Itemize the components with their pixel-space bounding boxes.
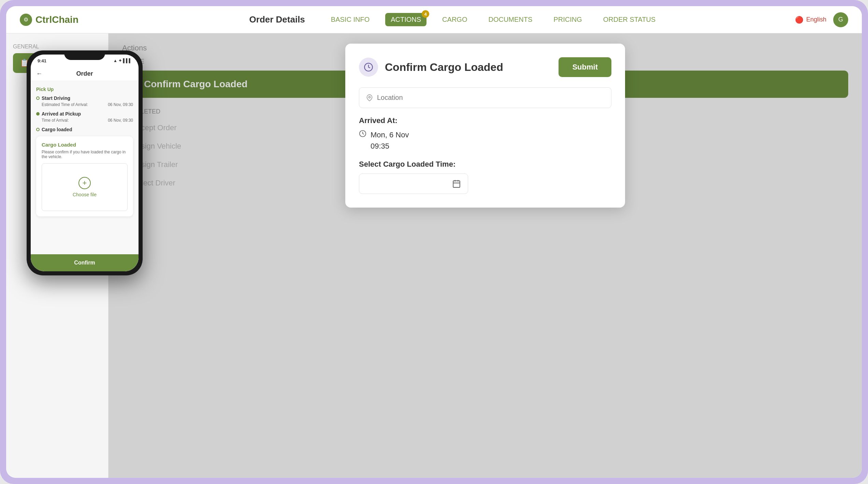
actions-badge: 4 <box>422 10 429 18</box>
step-label: Start Driving <box>42 95 70 101</box>
confirm-cargo-modal: Confirm Cargo Loaded Submit Arrived At: <box>345 44 625 208</box>
nav-tabs: BASIC INFO ACTIONS 4 CARGO DOCUMENTS PRI… <box>326 13 661 26</box>
top-nav: ⚙ CtrlChain Order Details BASIC INFO ACT… <box>6 6 862 33</box>
tab-basic-info[interactable]: BASIC INFO <box>326 13 375 26</box>
lang-button[interactable]: 🔴 English <box>795 16 826 24</box>
step-label: Arrived at Pickup <box>42 111 81 117</box>
modal-overlay: Confirm Cargo Loaded Submit Arrived At: <box>108 33 862 478</box>
phone-content: Pick Up Start Driving Estimated Time of … <box>31 81 139 264</box>
step-detail: Time of Arrival: 06 Nov, 09:30 <box>36 117 133 124</box>
cargo-time-label: Select Cargo Loaded Time: <box>359 160 611 169</box>
step-detail-value: 06 Nov, 09:30 <box>108 118 133 123</box>
step-start-driving: Start Driving Estimated Time of Arrival:… <box>36 95 133 108</box>
step-detail: Estimated Time of Arrival: 06 Nov, 09:30 <box>36 101 133 108</box>
step-detail-label: Time of Arrival: <box>42 118 69 123</box>
pickup-section-label: Pick Up <box>36 87 133 92</box>
step-title: Arrived at Pickup <box>36 111 133 117</box>
tab-cargo[interactable]: CARGO <box>437 13 473 26</box>
sidebar-section-label: GENERAL <box>13 44 101 50</box>
nav-center: Order Details BASIC INFO ACTIONS 4 CARGO… <box>115 13 795 26</box>
status-time: 9:41 <box>38 58 46 63</box>
page-title: Order Details <box>249 14 305 25</box>
location-icon <box>366 94 373 101</box>
modal-title-area: Confirm Cargo Loaded <box>359 58 503 77</box>
phone-notch <box>64 50 105 60</box>
phone-back-button[interactable]: ← <box>36 70 42 77</box>
modal-header: Confirm Cargo Loaded Submit <box>359 57 611 77</box>
logo-area: ⚙ CtrlChain <box>20 14 115 26</box>
location-input[interactable] <box>377 94 604 102</box>
step-detail-label: Estimated Time of Arrival: <box>42 102 88 107</box>
phone-header-title: Order <box>76 70 93 77</box>
logo-icon: ⚙ <box>20 14 32 26</box>
svg-rect-3 <box>453 181 460 187</box>
file-upload-area[interactable]: + Choose file <box>42 163 128 211</box>
step-title: Start Driving <box>36 95 133 101</box>
tab-actions[interactable]: ACTIONS 4 <box>385 13 426 26</box>
plus-icon: + <box>78 177 91 189</box>
phone-confirm-button[interactable]: Confirm <box>31 254 139 271</box>
arrived-time-text: Mon, 6 Nov 09:35 <box>371 129 409 152</box>
svg-point-1 <box>369 96 371 98</box>
step-detail-value: 06 Nov, 09:30 <box>108 102 133 107</box>
lang-label: English <box>806 16 826 23</box>
choose-file-text: Choose file <box>73 192 97 197</box>
nav-right: 🔴 English G <box>795 12 848 27</box>
datetime-input[interactable] <box>359 173 468 194</box>
cargo-card: Cargo Loaded Please confirm if you have … <box>36 136 133 216</box>
arrived-day: Mon, 6 Nov <box>371 129 409 140</box>
submit-button[interactable]: Submit <box>559 57 611 77</box>
tab-order-status[interactable]: ORDER STATUS <box>598 13 661 26</box>
step-label: Cargo loaded <box>42 127 72 132</box>
arrived-at-label: Arrived At: <box>359 116 611 125</box>
phone-frame: 9:41 ▲ ✦ ▌▌▌ ← Order Pick Up <box>27 50 143 275</box>
inner-bg: ⚙ CtrlChain Order Details BASIC INFO ACT… <box>6 6 862 478</box>
step-dot-outline <box>36 128 40 131</box>
cargo-card-desc: Please confirm if you have loaded the ca… <box>42 150 128 159</box>
step-dot-outline <box>36 96 40 100</box>
step-cargo-loaded: Cargo loaded <box>36 127 133 132</box>
time-icon <box>359 130 366 139</box>
step-arrived-pickup: Arrived at Pickup Time of Arrival: 06 No… <box>36 111 133 124</box>
step-dot-green <box>36 112 40 116</box>
step-title: Cargo loaded <box>36 127 133 132</box>
status-icons: ▲ ✦ ▌▌▌ <box>113 58 132 63</box>
cargo-card-title: Cargo Loaded <box>42 142 128 148</box>
user-avatar: G <box>833 12 848 27</box>
outer-container: ⚙ CtrlChain Order Details BASIC INFO ACT… <box>0 0 868 484</box>
tab-pricing[interactable]: PRICING <box>548 13 587 26</box>
phone-header: ← Order <box>31 67 139 81</box>
modal-clock-icon <box>359 58 378 77</box>
phone-container: 9:41 ▲ ✦ ▌▌▌ ← Order Pick Up <box>27 50 143 275</box>
modal-title: Confirm Cargo Loaded <box>385 61 503 74</box>
logo-text: CtrlChain <box>35 14 78 25</box>
phone-screen: 9:41 ▲ ✦ ▌▌▌ ← Order Pick Up <box>31 55 139 271</box>
tab-documents[interactable]: DOCUMENTS <box>483 13 538 26</box>
calendar-icon <box>452 179 461 188</box>
arrived-clock: 09:35 <box>371 140 409 152</box>
arrived-time-area: Mon, 6 Nov 09:35 <box>359 129 611 152</box>
location-input-wrapper[interactable] <box>359 87 611 108</box>
